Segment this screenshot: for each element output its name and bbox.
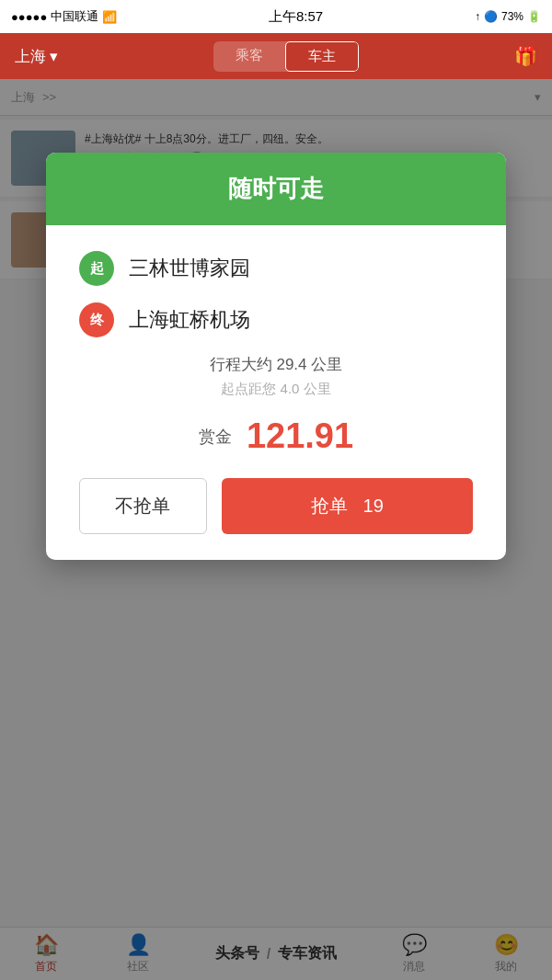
chevron-down-icon: ▾ — [50, 47, 58, 66]
trip-distance: 行程大约 29.4 公里 — [79, 354, 473, 375]
gift-icon[interactable]: 🎁 — [514, 45, 537, 67]
start-location: 三林世博家园 — [129, 255, 250, 282]
distance-info: 行程大约 29.4 公里 起点距您 4.0 公里 — [79, 354, 473, 398]
carrier-name: 中国联通 — [51, 8, 98, 25]
modal-overlay: 随时可走 起 三林世博家园 终 上海虹桥机场 行程大约 29.4 公里 起点距您… — [0, 79, 552, 980]
end-route-row: 终 上海虹桥机场 — [79, 302, 473, 337]
city-name: 上海 — [15, 46, 46, 67]
start-route-row: 起 三林世博家园 — [79, 251, 473, 286]
order-modal: 随时可走 起 三林世博家园 终 上海虹桥机场 行程大约 29.4 公里 起点距您… — [46, 153, 506, 560]
start-dot: 起 — [79, 251, 114, 286]
countdown-badge: 19 — [363, 496, 384, 516]
city-selector[interactable]: 上海 ▾ — [15, 46, 58, 67]
end-dot: 终 — [79, 302, 114, 337]
tab-driver[interactable]: 车主 — [285, 41, 359, 72]
reward-label: 赏金 — [199, 426, 232, 448]
battery-icon: 🔋 — [527, 10, 541, 23]
signal-dots: ●●●●● — [11, 10, 47, 24]
location-icon: ↑ — [475, 10, 480, 23]
wifi-icon: 📶 — [102, 10, 117, 24]
action-buttons: 不抢单 抢单 19 — [79, 478, 473, 534]
status-bar-right: ↑ 🔵 73% 🔋 — [475, 10, 541, 23]
from-distance: 起点距您 4.0 公里 — [79, 381, 473, 398]
status-bar: ●●●●● 中国联通 📶 上午8:57 ↑ 🔵 73% 🔋 — [0, 0, 552, 33]
nav-bar: 上海 ▾ 乘客 车主 🎁 — [0, 33, 552, 79]
accept-button[interactable]: 抢单 19 — [222, 478, 473, 534]
battery-text: 73% — [501, 10, 523, 23]
passenger-driver-tabs[interactable]: 乘客 车主 — [213, 41, 359, 72]
decline-button[interactable]: 不抢单 — [79, 478, 207, 534]
end-location: 上海虹桥机场 — [129, 306, 250, 334]
reward-amount: 121.91 — [247, 416, 353, 456]
bluetooth-icon: 🔵 — [484, 10, 498, 23]
modal-body: 起 三林世博家园 终 上海虹桥机场 行程大约 29.4 公里 起点距您 4.0 … — [46, 225, 506, 560]
tab-passenger[interactable]: 乘客 — [213, 41, 285, 72]
reward-row: 赏金 121.91 — [79, 416, 473, 456]
modal-title: 随时可走 — [46, 173, 506, 205]
modal-header: 随时可走 — [46, 153, 506, 225]
status-bar-time: 上午8:57 — [269, 8, 323, 26]
status-bar-left: ●●●●● 中国联通 📶 — [11, 8, 117, 25]
